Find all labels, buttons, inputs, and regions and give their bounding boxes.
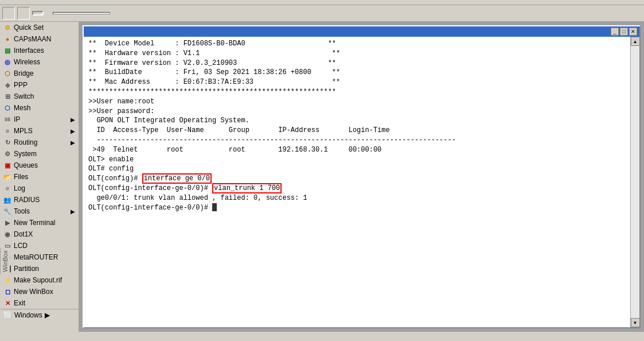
terminal-controls: _ □ ✕ — [611, 28, 637, 36]
scroll-up-button[interactable]: ▲ — [631, 37, 640, 46]
switch-icon: ⊞ — [3, 92, 11, 100]
capsman-icon: ● — [3, 35, 11, 43]
terminal-window: _ □ ✕ ** Device Model : FD1608S-B0-BDA0 … — [83, 25, 641, 328]
terminal-line: ** Hardware version : V1.1 ** — [88, 49, 626, 59]
sidebar-label-tools: Tools — [14, 207, 30, 215]
terminal-line: ** Mac Address : E0:67:B3:7A:E9:33 ** — [88, 78, 626, 87]
exit-icon: ✕ — [3, 299, 11, 307]
menu-bar — [0, 0, 644, 5]
sidebar-item-make-supout[interactable]: ⚡ Make Supout.rif — [0, 274, 79, 286]
terminal-line: OLT(config)# interface ge 0/0 — [88, 174, 626, 184]
safe-mode-button[interactable] — [32, 11, 44, 16]
sidebar-item-wireless[interactable]: ◎ Wireless — [0, 56, 79, 68]
terminal-line: >>User password: — [88, 107, 626, 117]
windows-arrow-icon: ▶ — [45, 311, 50, 319]
scrollbar: ▲ ▼ — [630, 37, 639, 327]
sidebar-item-partition[interactable]: ⬛ Partition — [0, 263, 79, 274]
terminal-line: OLT# config — [88, 164, 626, 174]
terminal-body[interactable]: ** Device Model : FD1608S-B0-BDA0 **** H… — [84, 37, 630, 327]
sidebar-label-routing: Routing — [14, 138, 37, 146]
sidebar-item-system[interactable]: ⚙ System — [0, 148, 79, 160]
menu-session[interactable] — [2, 1, 9, 3]
dot1x-icon: ◉ — [3, 230, 11, 238]
close-button[interactable]: ✕ — [629, 28, 637, 36]
terminal-line: ge0/0/1: trunk vlan allowed , failed: 0,… — [88, 193, 626, 203]
sidebar-item-quick-set[interactable]: ⚙ Quick Set — [0, 22, 79, 33]
scrollbar-track[interactable] — [631, 46, 639, 318]
maximize-button[interactable]: □ — [620, 28, 628, 36]
interfaces-icon: ▤ — [3, 46, 11, 55]
tools-icon: 🔧 — [3, 207, 11, 215]
sidebar-label-mpls: MPLS — [14, 127, 33, 135]
sidebar-label-ip: IP — [14, 115, 20, 123]
sidebar-label-interfaces: Interfaces — [14, 46, 44, 55]
sidebar-item-capsman[interactable]: ● CAPsMAAN — [0, 33, 79, 45]
sidebar-label-partition: Partition — [14, 265, 39, 273]
terminal-line: GPON OLT Integrated Operating System. — [88, 116, 626, 126]
routing-icon: ↻ — [3, 138, 11, 146]
ppp-icon: ◈ — [3, 81, 11, 89]
queues-icon: ▣ — [3, 161, 11, 169]
new-terminal-icon: ▶ — [3, 219, 11, 227]
terminal-line: OLT(config-interface-ge-0/0)# — [88, 203, 626, 213]
mesh-icon: ⬡ — [3, 104, 11, 112]
sidebar-item-tools[interactable]: 🔧 Tools ▶ — [0, 206, 79, 217]
sidebar-item-files[interactable]: 📂 Files — [0, 171, 79, 183]
sidebar-label-exit: Exit — [14, 299, 25, 307]
sidebar-label-metarouter: MetaROUTER — [14, 253, 58, 261]
terminal-cursor — [212, 203, 217, 211]
sidebar-item-bridge[interactable]: ⬡ Bridge — [0, 68, 79, 79]
sidebar-item-windows[interactable]: ⬜ Windows ▶ — [0, 309, 79, 321]
sidebar-label-dot1x: Dot1X — [14, 230, 33, 238]
back-button[interactable] — [2, 7, 15, 20]
arrow-icon: ▶ — [71, 128, 75, 134]
terminal-title-bar: _ □ ✕ — [84, 26, 639, 37]
menu-settings[interactable] — [14, 1, 21, 3]
sidebar-item-ip[interactable]: 55 IP ▶ — [0, 114, 79, 125]
sidebar-item-queues[interactable]: ▣ Queues — [0, 160, 79, 171]
sidebar-item-dot1x[interactable]: ◉ Dot1X — [0, 228, 79, 240]
quick-set-icon: ⚙ — [3, 24, 11, 32]
forward-button[interactable] — [17, 7, 30, 20]
bridge-icon: ⬡ — [3, 69, 11, 78]
arrow-icon: ▶ — [71, 208, 75, 215]
sidebar-item-switch[interactable]: ⊞ Switch — [0, 91, 79, 102]
sidebar-label-lcd: LCD — [14, 242, 28, 250]
menu-dashboard[interactable] — [25, 1, 32, 3]
main-layout: ⚙ Quick Set ● CAPsMAAN ▤ Interfaces ◎ Wi… — [0, 22, 644, 332]
sidebar-label-queues: Queues — [14, 161, 38, 169]
new-winbox-icon: ◻ — [3, 288, 11, 296]
make-supout-icon: ⚡ — [3, 276, 11, 284]
windows-label: Windows — [14, 311, 42, 319]
sidebar-label-radius: RADIUS — [14, 196, 40, 204]
sidebar-item-mesh[interactable]: ⬡ Mesh — [0, 102, 79, 114]
sidebar-item-new-winbox[interactable]: ◻ New WinBox — [0, 286, 79, 297]
sidebar-item-ppp[interactable]: ◈ PPP — [0, 79, 79, 91]
sidebar-label-system: System — [14, 150, 37, 158]
sidebar-item-log[interactable]: ≡ Log — [0, 183, 79, 194]
content-area: _ □ ✕ ** Device Model : FD1608S-B0-BDA0 … — [79, 22, 644, 332]
system-icon: ⚙ — [3, 150, 11, 158]
terminal-line: ----------------------------------------… — [88, 135, 626, 145]
minimize-button[interactable]: _ — [611, 28, 619, 36]
sidebar-label-mesh: Mesh — [14, 104, 30, 112]
sidebar-item-metarouter[interactable]: ◎ MetaROUTER — [0, 251, 79, 263]
sidebar-label-switch: Switch — [14, 92, 34, 100]
arrow-icon: ▶ — [71, 117, 75, 123]
sidebar-item-routing[interactable]: ↻ Routing ▶ — [0, 137, 79, 148]
highlighted-command-1: interface ge 0/0 — [142, 173, 212, 184]
sidebar-item-lcd[interactable]: ▭ LCD — [0, 240, 79, 251]
sidebar-item-mpls[interactable]: ≡ MPLS ▶ — [0, 125, 79, 137]
sidebar-item-exit[interactable]: ✕ Exit — [0, 297, 79, 309]
scroll-down-button[interactable]: ▼ — [631, 318, 640, 327]
sidebar-label-new-terminal: New Terminal — [14, 219, 55, 227]
sidebar-label-quick-set: Quick Set — [14, 24, 44, 32]
sidebar-item-radius[interactable]: 👥 RADIUS — [0, 194, 79, 206]
arrow-icon: ▶ — [71, 140, 75, 146]
terminal-line: >49 Telnet root root 192.168.30.1 00:00:… — [88, 145, 626, 155]
sidebar-item-new-terminal[interactable]: ▶ New Terminal — [0, 217, 79, 228]
toolbar — [0, 5, 644, 22]
radius-icon: 👥 — [3, 196, 11, 204]
terminal-line: ID Access-Type User-Name Group IP-Addres… — [88, 126, 626, 135]
sidebar-item-interfaces[interactable]: ▤ Interfaces — [0, 45, 79, 56]
